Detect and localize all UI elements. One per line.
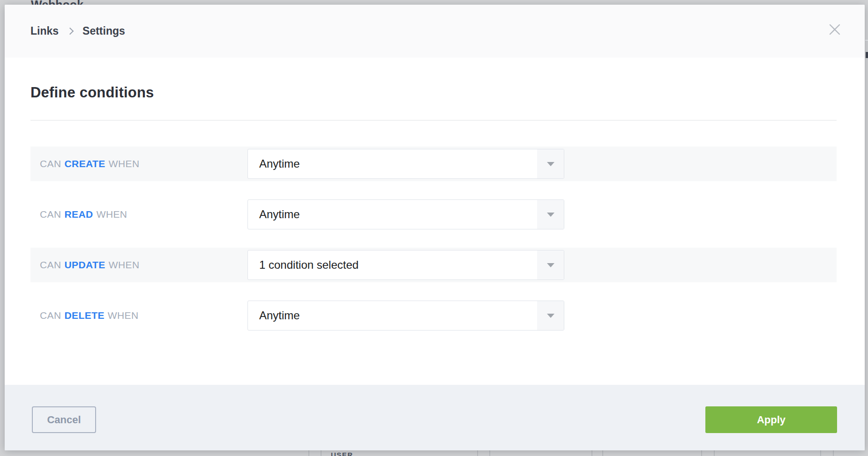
breadcrumb-item-links[interactable]: Links xyxy=(30,25,59,37)
table-column-divider xyxy=(833,450,834,456)
label-prefix: CAN xyxy=(40,310,61,321)
label-action: READ xyxy=(65,209,93,220)
chevron-down-icon xyxy=(547,162,554,166)
label-action: UPDATE xyxy=(65,259,105,271)
background-table-strip: USER xyxy=(0,450,868,456)
permission-label: CAN CREATE WHEN xyxy=(40,147,140,181)
can-create-when-dropdown[interactable]: Anytime xyxy=(247,149,564,179)
table-column-divider xyxy=(591,450,592,456)
table-column-divider xyxy=(308,450,309,456)
modal-footer: Cancel Apply xyxy=(5,385,865,450)
background-text-fragment xyxy=(866,52,868,58)
permission-label: CAN UPDATE WHEN xyxy=(40,248,140,282)
label-suffix: WHEN xyxy=(108,310,139,321)
table-column-divider xyxy=(321,450,322,456)
chevron-down-icon xyxy=(547,314,554,318)
dropdown-arrow-box xyxy=(537,200,564,229)
permission-label: CAN DELETE WHEN xyxy=(40,298,139,333)
permission-row-read: CAN READ WHEN Anytime xyxy=(30,197,837,232)
can-delete-when-dropdown[interactable]: Anytime xyxy=(247,301,564,331)
label-suffix: WHEN xyxy=(109,259,140,271)
can-read-when-dropdown[interactable]: Anytime xyxy=(247,199,564,229)
background-divider-fragment xyxy=(865,40,868,41)
apply-button[interactable]: Apply xyxy=(705,406,837,433)
chevron-down-icon xyxy=(547,213,554,217)
close-icon xyxy=(829,23,841,36)
permission-label: CAN READ WHEN xyxy=(40,197,127,232)
label-suffix: WHEN xyxy=(97,209,127,220)
close-button[interactable] xyxy=(827,22,842,37)
background-page-top: Webhook xyxy=(0,0,868,5)
page-title: Define conditions xyxy=(30,84,154,101)
table-column-divider xyxy=(602,450,603,456)
dropdown-value: Anytime xyxy=(259,149,300,178)
settings-modal: Links Settings Define conditions CAN CRE… xyxy=(5,5,865,450)
cancel-button[interactable]: Cancel xyxy=(32,406,96,433)
can-update-when-dropdown[interactable]: 1 condition selected xyxy=(247,250,564,280)
label-prefix: CAN xyxy=(40,209,61,220)
modal-header: Links Settings xyxy=(5,5,865,58)
dropdown-value: 1 condition selected xyxy=(259,250,359,279)
dropdown-value: Anytime xyxy=(259,200,300,229)
breadcrumb-chevron-icon xyxy=(67,28,74,35)
permission-row-delete: CAN DELETE WHEN Anytime xyxy=(30,298,837,333)
table-column-divider xyxy=(820,450,821,456)
permission-row-create: CAN CREATE WHEN Anytime xyxy=(30,147,837,181)
chevron-down-icon xyxy=(547,263,554,267)
permission-row-update: CAN UPDATE WHEN 1 condition selected xyxy=(30,248,837,282)
dropdown-arrow-box xyxy=(537,301,564,330)
table-column-divider xyxy=(489,450,490,456)
table-column-divider xyxy=(701,450,702,456)
dropdown-value: Anytime xyxy=(259,301,300,330)
breadcrumb-item-settings: Settings xyxy=(82,25,125,37)
background-table-header-user: USER xyxy=(331,451,353,456)
label-prefix: CAN xyxy=(40,158,61,169)
label-prefix: CAN xyxy=(40,259,61,271)
dropdown-arrow-box xyxy=(537,250,564,279)
dropdown-arrow-box xyxy=(537,149,564,178)
label-suffix: WHEN xyxy=(109,158,140,169)
background-page-title-fragment: Webhook xyxy=(31,0,83,5)
table-column-divider xyxy=(714,450,715,456)
section-divider xyxy=(30,120,837,121)
label-action: DELETE xyxy=(65,310,105,321)
table-column-divider xyxy=(477,450,478,456)
label-action: CREATE xyxy=(65,158,105,169)
